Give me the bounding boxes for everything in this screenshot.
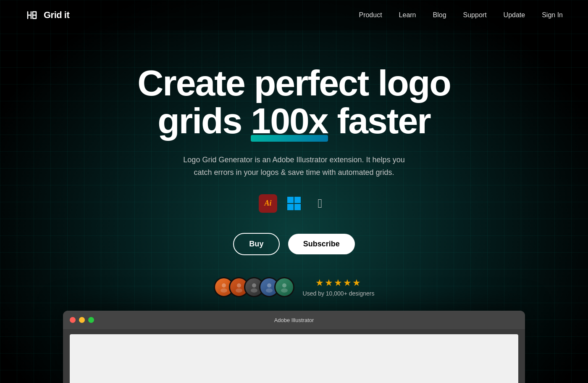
- apple-logo: : [318, 196, 323, 211]
- subscribe-button[interactable]: Subscribe: [288, 234, 355, 254]
- svg-point-11: [267, 283, 271, 288]
- nav-link-support[interactable]: Support: [463, 11, 487, 18]
- social-proof: ★★★★★ Used by 10,000+ designers: [214, 277, 375, 297]
- avatar-5: [274, 277, 294, 297]
- nav-item-product[interactable]: Product: [359, 11, 382, 19]
- ai-label: Ai: [264, 199, 271, 208]
- nav-links: Product Learn Blog Support Update Sign I…: [359, 11, 563, 19]
- svg-point-13: [282, 283, 286, 288]
- hero-subtitle: Logo Grid Generator is an Adobe Illustra…: [176, 153, 412, 179]
- logo[interactable]: Grid it: [25, 8, 69, 23]
- hero-title-prefix: grids: [158, 100, 251, 141]
- hero-title-line1: Create perfect logo: [137, 63, 451, 103]
- logo-text: Grid it: [44, 10, 69, 21]
- svg-rect-4: [294, 204, 301, 210]
- cta-buttons: Buy Subscribe: [233, 233, 355, 255]
- app-window-preview: Adobe Illustrator: [63, 311, 525, 383]
- logo-icon: [25, 8, 40, 23]
- hero-title-highlight: 100x: [251, 102, 328, 140]
- app-content-area: [70, 334, 518, 383]
- windows-icon: [285, 194, 303, 213]
- hero-title-line2: grids 100x faster: [158, 100, 430, 141]
- navbar: Grid it Product Learn Blog Support Updat…: [0, 0, 588, 30]
- avatar-group: [214, 277, 294, 297]
- adobe-illustrator-icon: Ai: [259, 194, 277, 213]
- nav-item-blog[interactable]: Blog: [433, 11, 446, 19]
- app-titlebar: Adobe Illustrator: [63, 311, 525, 329]
- svg-point-5: [222, 283, 226, 288]
- hero-title-suffix: faster: [328, 100, 430, 141]
- svg-point-7: [237, 283, 241, 288]
- hero-title: Create perfect logo grids 100x faster: [137, 64, 451, 140]
- svg-rect-2: [294, 197, 301, 203]
- star-rating: ★★★★★: [303, 277, 375, 288]
- nav-item-support[interactable]: Support: [463, 11, 487, 19]
- apple-icon: : [311, 194, 329, 213]
- nav-link-blog[interactable]: Blog: [433, 11, 446, 18]
- nav-item-update[interactable]: Update: [504, 11, 525, 19]
- svg-point-10: [251, 288, 257, 293]
- svg-point-14: [281, 288, 288, 293]
- window-controls: [70, 317, 94, 323]
- window-close-button[interactable]: [70, 317, 76, 323]
- svg-point-8: [236, 288, 242, 293]
- nav-item-learn[interactable]: Learn: [399, 11, 416, 19]
- rating-block: ★★★★★ Used by 10,000+ designers: [303, 277, 375, 297]
- nav-item-signin[interactable]: Sign In: [542, 11, 563, 19]
- svg-point-9: [252, 283, 256, 288]
- rating-text: Used by 10,000+ designers: [303, 290, 375, 297]
- nav-link-update[interactable]: Update: [504, 11, 525, 18]
- hero-section: Create perfect logo grids 100x faster Lo…: [0, 30, 588, 297]
- svg-rect-3: [287, 204, 294, 210]
- nav-link-learn[interactable]: Learn: [399, 11, 416, 18]
- window-maximize-button[interactable]: [88, 317, 94, 323]
- nav-link-product[interactable]: Product: [359, 11, 382, 18]
- windows-logo: [286, 196, 302, 211]
- buy-button[interactable]: Buy: [233, 233, 280, 255]
- svg-rect-1: [287, 197, 294, 203]
- window-minimize-button[interactable]: [79, 317, 85, 323]
- nav-link-signin[interactable]: Sign In: [542, 11, 563, 18]
- svg-point-12: [266, 288, 273, 293]
- app-window-title: Adobe Illustrator: [274, 317, 314, 323]
- svg-point-6: [220, 288, 227, 293]
- platform-icons: Ai : [259, 194, 329, 213]
